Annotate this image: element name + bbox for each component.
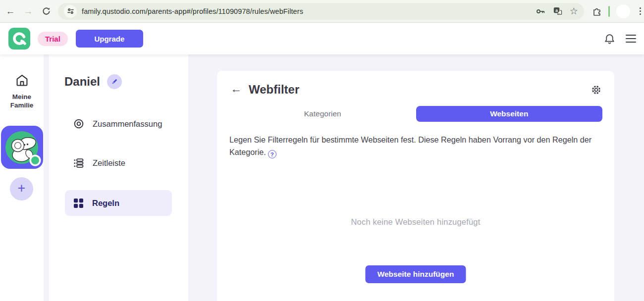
sidebar-item-zeitleiste[interactable]: Zeitleiste [65,150,172,176]
sidebar-item-label: Zeitleiste [93,158,125,168]
browser-forward-icon[interactable]: → [22,5,34,17]
profile-name: Daniel [64,75,100,89]
browser-reload-icon[interactable] [40,5,52,17]
trial-badge: Trial [38,32,68,46]
profile-avatar-daniel[interactable] [1,126,43,169]
page-title: Webfilter [249,83,299,97]
back-button[interactable]: ← [230,82,242,96]
browser-profile-avatar[interactable] [616,4,630,18]
add-profile-button[interactable]: + [10,177,33,201]
left-rail: Meine Familie + [0,54,44,301]
home-icon [15,73,29,87]
sidebar-item-label: Regeln [92,199,119,208]
tab-kategorien[interactable]: Kategorien [229,106,416,122]
rail-home-label: Meine Familie [0,93,44,109]
sidebar-item-label: Zusammenfassung [93,119,162,129]
sidebar-item-meine-familie[interactable]: Meine Familie [0,73,44,109]
passwords-key-icon[interactable] [536,6,545,16]
add-website-button[interactable]: Webseite hinzufügen [366,265,466,283]
site-settings-icon[interactable] [64,5,77,18]
tab-webseiten[interactable]: Webseiten [416,106,603,122]
pencil-icon [110,78,118,86]
rules-grid-icon [73,198,84,208]
summary-target-icon [73,118,84,129]
elephant-avatar-icon [1,126,43,169]
qustodio-logo[interactable] [8,28,30,50]
browser-menu-icon[interactable] [637,6,644,16]
translate-icon[interactable]: a [553,6,562,16]
sidebar-item-zusammenfassung[interactable]: Zusammenfassung [65,111,172,137]
empty-state-text: Noch keine Webseiten hinzugefügt [217,217,614,227]
settings-gear-button[interactable] [591,85,601,95]
extensions-puzzle-icon[interactable] [592,6,602,16]
url-text[interactable]: family.qustodio.com/parents-app#/profile… [82,7,531,15]
address-bar[interactable]: family.qustodio.com/parents-app#/profile… [58,3,584,20]
webfilter-panel: ← Webfilter Kategorien Webseiten Legen S… [217,71,614,301]
browser-back-icon[interactable]: ← [4,5,16,17]
timeline-list-icon [73,157,84,168]
notification-bell-icon[interactable] [604,33,615,45]
gear-icon [591,85,601,95]
help-icon[interactable]: ? [268,150,276,158]
bookmark-star-icon[interactable]: ☆ [570,6,578,16]
tab-group-indicator [608,6,610,17]
upgrade-button[interactable]: Upgrade [76,30,143,48]
browser-chrome: ← → family.qustodio.com/parents-app#/pro… [0,0,644,23]
sidebar-item-regeln[interactable]: Regeln [65,190,172,216]
hamburger-menu-icon[interactable] [626,35,636,43]
app-header: Trial Upgrade [0,23,644,54]
edit-profile-button[interactable] [107,74,122,89]
webfilter-tabs: Kategorien Webseiten [229,106,602,122]
webfilter-description: Legen Sie Filterregeln für bestimmte Web… [229,134,593,158]
svg-text:a: a [555,8,558,13]
profile-sidebar: Daniel Zusammenfassung [49,54,188,301]
